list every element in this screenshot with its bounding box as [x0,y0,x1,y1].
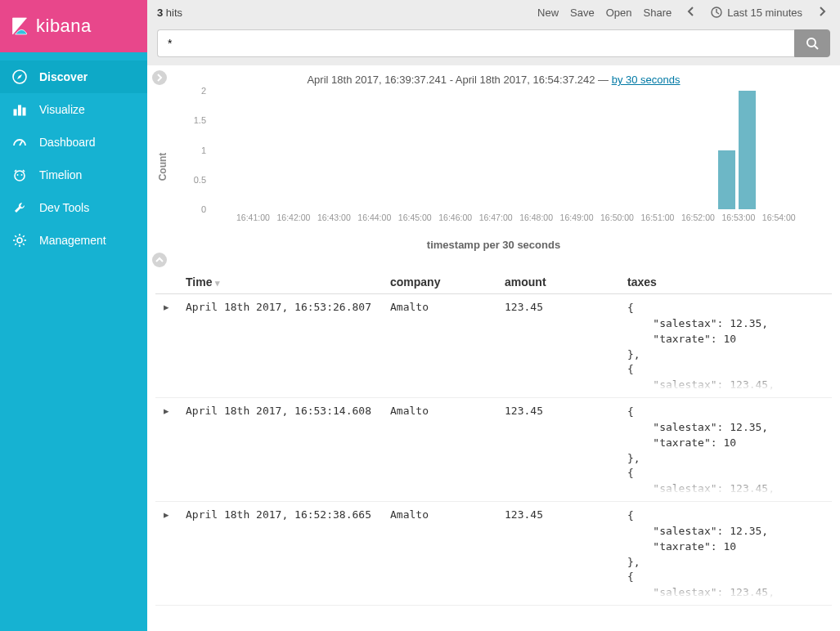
xtick: 16:48:00 [519,213,553,222]
wrench-icon [11,199,28,216]
chevron-right-icon [818,7,826,16]
chart-bar[interactable] [718,150,735,210]
time-next-button[interactable] [814,7,830,19]
hit-count-number: 3 [157,7,163,19]
col-amount[interactable]: amount [496,271,619,294]
cell-taxes: { "salestax": 12.35, "taxrate": 10 }, { … [619,502,832,606]
interval-link[interactable]: by 30 seconds [612,74,681,86]
sidebar-item-label: Dev Tools [39,201,89,214]
compass-icon [11,69,28,85]
ytick: 1 [201,145,206,155]
histogram-chart: Count 00.511.52 16:41:0016:42:0016:43:00… [180,91,832,242]
chart-yticks: 00.511.52 [180,91,209,209]
bar-chart-icon [11,101,28,118]
chevron-up-icon [155,256,164,264]
cell-time: April 18th 2017, 16:52:38.665 [177,502,382,606]
svg-marker-2 [17,74,22,79]
xtick: 16:41:00 [236,213,270,222]
sidebar-item-label: Management [39,234,106,247]
gear-icon [11,232,28,248]
collapse-chart-button[interactable] [152,253,167,267]
cell-company: Amalto [382,502,496,606]
col-time[interactable]: Time▾ [177,271,382,294]
ytick: 0 [201,204,206,214]
expand-row-button[interactable]: ▸ [155,398,177,502]
ytick: 0.5 [194,175,206,185]
hit-count-label: hits [166,7,182,19]
chevron-right-icon [155,74,164,82]
new-button[interactable]: New [537,7,559,19]
table-header-row: Time▾ company amount taxes [155,271,832,294]
svg-point-8 [17,174,19,176]
chart-plot[interactable] [213,91,799,209]
xtick: 16:42:00 [276,213,310,222]
xtick: 16:49:00 [560,213,594,222]
cell-time: April 18th 2017, 16:53:26.807 [177,294,382,398]
hit-count: 3 hits [157,7,182,19]
sidebar-item-timelion[interactable]: Timelion [0,159,147,191]
svg-point-9 [21,174,23,176]
cell-time: April 18th 2017, 16:53:14.608 [177,398,382,502]
main: 3 hits New Save Open Share Last 15 minut… [147,0,840,631]
search-button[interactable] [794,29,830,57]
nav: DiscoverVisualizeDashboardTimelionDev To… [0,52,147,257]
sidebar: kibana DiscoverVisualizeDashboardTimelio… [0,0,147,631]
sidebar-item-label: Visualize [39,103,85,116]
timerange-label: Last 15 minutes [727,7,802,19]
cell-taxes: { "salestax": 12.35, "taxrate": 10 }, { … [619,294,832,398]
expand-fields-button[interactable] [152,70,167,85]
cell-amount: 123.45 [496,294,619,398]
sidebar-item-dashboard[interactable]: Dashboard [0,126,147,159]
sidebar-item-discover[interactable]: Discover [0,60,147,93]
svg-point-20 [807,38,815,47]
svg-line-16 [23,244,25,245]
col-taxes[interactable]: taxes [619,271,832,294]
svg-point-7 [15,171,25,181]
ytick: 1.5 [194,115,206,125]
xtick: 16:43:00 [317,213,351,222]
chart-xticks: 16:41:0016:42:0016:43:0016:44:0016:45:00… [213,213,799,226]
sidebar-item-visualize[interactable]: Visualize [0,93,147,126]
svg-point-10 [17,238,22,243]
histogram-title: April 18th 2017, 16:39:37.241 - April 18… [147,65,840,91]
sidebar-item-management[interactable]: Management [0,224,147,257]
svg-rect-3 [14,110,16,115]
search-row [147,25,840,65]
save-button[interactable]: Save [570,7,595,19]
chart-bar[interactable] [739,91,756,209]
gauge-icon [11,134,28,150]
timerange-picker[interactable]: Last 15 minutes [711,7,802,19]
xtick: 16:44:00 [357,213,391,222]
svg-rect-4 [19,105,21,115]
svg-line-17 [23,235,25,237]
svg-line-15 [15,235,16,237]
search-icon [806,37,819,50]
table-row: ▸April 18th 2017, 16:53:14.608Amalto123.… [155,398,832,502]
brand-name: kibana [36,16,92,37]
document-table: Time▾ company amount taxes ▸April 18th 2… [155,271,832,606]
chart-bars [213,91,799,209]
chart-ylabel: Count [157,152,168,181]
expand-row-button[interactable]: ▸ [155,294,177,398]
xtick: 16:52:00 [681,213,715,222]
time-prev-button[interactable] [683,7,699,19]
toolbar: 3 hits New Save Open Share Last 15 minut… [147,0,840,25]
xtick: 16:45:00 [398,213,432,222]
brand-header[interactable]: kibana [0,0,147,52]
table-row: ▸April 18th 2017, 16:52:38.665Amalto123.… [155,502,832,606]
clock-icon [711,7,722,18]
share-button[interactable]: Share [644,7,672,19]
cell-amount: 123.45 [496,502,619,606]
xtick: 16:53:00 [721,213,755,222]
content: April 18th 2017, 16:39:37.241 - April 18… [147,65,840,631]
expand-row-button[interactable]: ▸ [155,502,177,606]
sidebar-item-dev-tools[interactable]: Dev Tools [0,191,147,224]
col-company[interactable]: company [382,271,496,294]
svg-rect-5 [23,108,25,115]
xtick: 16:50:00 [600,213,634,222]
open-button[interactable]: Open [606,7,632,19]
sidebar-item-label: Discover [39,70,88,83]
timelion-icon [11,167,28,183]
search-input[interactable] [157,29,794,57]
svg-line-21 [815,46,818,49]
